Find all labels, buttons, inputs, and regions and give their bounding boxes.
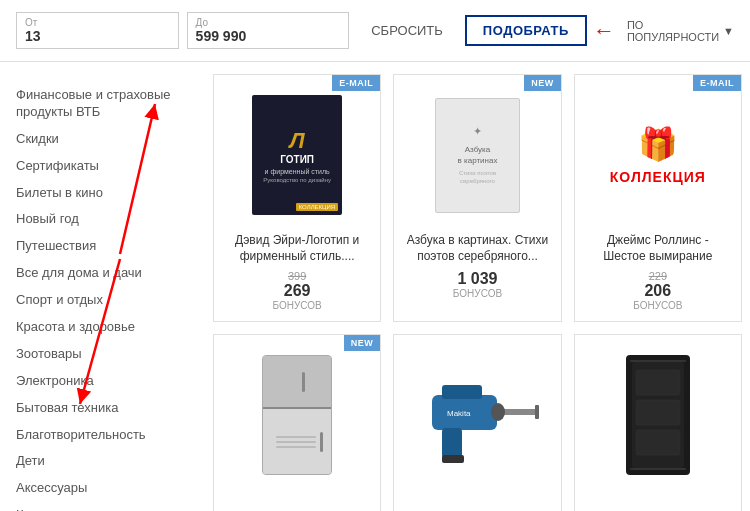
sidebar-list: Финансовые и страховые продукты ВТБ Скид…: [16, 82, 189, 511]
svg-rect-4: [442, 428, 462, 458]
price-range: От До: [16, 12, 349, 49]
kollekcia-badge: КОЛЛЕКЦИЯ: [296, 203, 338, 211]
gift-icon: 🎁: [638, 125, 678, 163]
price-new-3: 206: [633, 282, 682, 300]
product-image-6: [585, 345, 731, 485]
price-to-field: До: [187, 12, 350, 49]
chevron-down-icon: ▼: [723, 25, 734, 37]
price-to-input[interactable]: [196, 28, 341, 44]
logo-line: Руководство по дизайну: [263, 177, 331, 183]
product-image-2: ✦ Азбука в картинах Стихи поэтов серебря…: [404, 85, 550, 225]
svg-rect-5: [442, 455, 464, 463]
fridge-handle-bottom: [320, 432, 323, 452]
price-old-1: 399: [273, 270, 322, 282]
svg-rect-12: [630, 360, 686, 362]
price-from-input[interactable]: [25, 28, 170, 44]
svg-rect-3: [442, 385, 482, 399]
fridge-top: [263, 356, 331, 409]
book-inner: ✦ Азбука в картинах Стихи поэтов серебря…: [458, 124, 498, 186]
sort-dropdown[interactable]: ПО ПОПУЛЯРНОСТИ ▼: [627, 19, 734, 43]
price-from-label: От: [25, 17, 170, 28]
price-new-2: 1 039: [453, 270, 502, 288]
sidebar-item[interactable]: Новый год: [16, 206, 189, 233]
sidebar-item[interactable]: Скидки: [16, 126, 189, 153]
sidebar-item[interactable]: Все для дома и дачи: [16, 260, 189, 287]
main-layout: Финансовые и страховые продукты ВТБ Скид…: [0, 62, 750, 511]
price-new-1: 269: [273, 282, 322, 300]
arrow-annotation: ←: [593, 18, 615, 44]
sidebar-item[interactable]: Электроника: [16, 368, 189, 395]
fridge-handle-top: [302, 372, 305, 392]
price-from-field: От: [16, 12, 179, 49]
sidebar-item[interactable]: Зоотовары: [16, 341, 189, 368]
filter-bar: От До СБРОСИТЬ ПОДОБРАТЬ ← ПО ПОПУЛЯРНОС…: [0, 0, 750, 62]
sidebar-item[interactable]: Сертификаты: [16, 153, 189, 180]
price-old-3: 229: [633, 270, 682, 282]
products-grid: E-MAIL Л ГОТИП и фирменный стиль Руковод…: [213, 74, 742, 511]
sidebar-item[interactable]: Спорт и отдых: [16, 287, 189, 314]
sidebar: Финансовые и страховые продукты ВТБ Скид…: [0, 74, 205, 511]
logo-char: Л: [290, 128, 305, 154]
product-badge-3: E-MAIL: [693, 75, 741, 91]
sidebar-item[interactable]: Билеты в кино: [16, 180, 189, 207]
sidebar-item[interactable]: Аксессуары: [16, 475, 189, 502]
wallet-svg: [618, 350, 698, 480]
svg-rect-13: [630, 468, 686, 470]
sidebar-item[interactable]: Бытовая техника: [16, 395, 189, 422]
price-area-3: 229 206 бонусов: [633, 270, 682, 311]
collection-display: 🎁 КОЛЛЕКЦИЯ: [610, 85, 706, 225]
product-title-1: Дэвид Эйри-Логотип и фирменный стиль....: [224, 233, 370, 264]
price-unit-3: бонусов: [633, 300, 682, 311]
book-dark-cover: Л ГОТИП и фирменный стиль Руководство по…: [252, 95, 342, 215]
sidebar-item[interactable]: Дети: [16, 448, 189, 475]
svg-rect-14: [636, 370, 680, 395]
product-card-1[interactable]: E-MAIL Л ГОТИП и фирменный стиль Руковод…: [213, 74, 381, 322]
sidebar-item[interactable]: Благотворительность: [16, 422, 189, 449]
sidebar-item[interactable]: Книги: [16, 502, 189, 511]
price-to-label: До: [196, 17, 341, 28]
select-button[interactable]: ПОДОБРАТЬ: [465, 15, 587, 46]
product-image-4: [224, 345, 370, 485]
drill-svg: Makita: [412, 365, 542, 465]
product-title-2: Азбука в картинах. Стихи поэтов серебрян…: [404, 233, 550, 264]
sidebar-item[interactable]: Финансовые и страховые продукты ВТБ: [16, 82, 189, 126]
product-card-3[interactable]: E-MAIL 🎁 КОЛЛЕКЦИЯ Джеймс Роллинс - Шест…: [574, 74, 742, 322]
product-image-1: Л ГОТИП и фирменный стиль Руководство по…: [224, 85, 370, 225]
product-badge-4: NEW: [344, 335, 381, 351]
product-card-4[interactable]: NEW: [213, 334, 381, 511]
collection-label: КОЛЛЕКЦИЯ: [610, 169, 706, 185]
svg-rect-7: [535, 405, 539, 419]
price-unit-2: бонусов: [453, 288, 502, 299]
reset-button[interactable]: СБРОСИТЬ: [361, 17, 453, 44]
product-badge-1: E-MAIL: [332, 75, 380, 91]
product-card-2[interactable]: NEW ✦ Азбука в картинах Стихи поэтов сер…: [393, 74, 561, 322]
product-title-3: Джеймс Роллинс - Шестое вымирание: [585, 233, 731, 264]
products-area: E-MAIL Л ГОТИП и фирменный стиль Руковод…: [205, 74, 750, 511]
logo-sub: и фирменный стиль: [265, 168, 330, 175]
svg-rect-15: [636, 400, 680, 425]
fridge-bottom: [263, 409, 331, 474]
logo-text: ГОТИП: [280, 154, 314, 165]
book-light-cover: ✦ Азбука в картинах Стихи поэтов серебря…: [435, 98, 520, 213]
svg-point-8: [491, 403, 505, 421]
price-area-1: 399 269 бонусов: [273, 270, 322, 311]
svg-text:Makita: Makita: [447, 409, 471, 418]
price-area-2: 1 039 бонусов: [453, 270, 502, 299]
price-unit-1: бонусов: [273, 300, 322, 311]
product-card-6[interactable]: КОЛЛЕКЦИЯ: [574, 334, 742, 511]
sort-label: ПО ПОПУЛЯРНОСТИ: [627, 19, 719, 43]
sidebar-item[interactable]: Красота и здоровье: [16, 314, 189, 341]
svg-rect-16: [636, 430, 680, 455]
fridge-image: [262, 355, 332, 475]
product-image-5: Makita: [404, 345, 550, 485]
sidebar-item[interactable]: Путешествия: [16, 233, 189, 260]
product-card-5[interactable]: Makita КОЛЛЕКЦИЯ: [393, 334, 561, 511]
product-image-3: 🎁 КОЛЛЕКЦИЯ: [585, 85, 731, 225]
product-badge-2: NEW: [524, 75, 561, 91]
